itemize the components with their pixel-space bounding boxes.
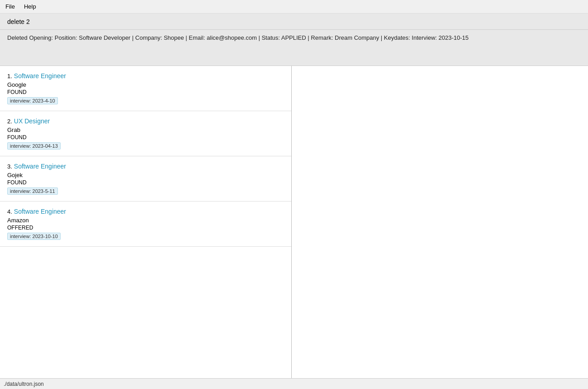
job-title[interactable]: Software Engineer bbox=[14, 163, 66, 170]
left-panel: 1. Software Engineer Google FOUND interv… bbox=[0, 66, 292, 378]
job-number: 2. bbox=[7, 118, 12, 125]
job-status: FOUND bbox=[7, 89, 284, 95]
job-status: OFFERED bbox=[7, 225, 284, 231]
job-number: 3. bbox=[7, 163, 12, 170]
notification-text: Deleted Opening: Position: Software Deve… bbox=[7, 34, 469, 41]
main-content: 1. Software Engineer Google FOUND interv… bbox=[0, 66, 588, 378]
status-path: ./data/ultron.json bbox=[4, 381, 44, 387]
menu-help[interactable]: Help bbox=[24, 3, 36, 10]
job-header: 3. Software Engineer bbox=[7, 163, 284, 170]
job-header: 1. Software Engineer bbox=[7, 72, 284, 80]
right-panel bbox=[292, 66, 588, 378]
list-item[interactable]: 1. Software Engineer Google FOUND interv… bbox=[0, 66, 291, 111]
title-text: delete 2 bbox=[7, 18, 30, 25]
job-number: 1. bbox=[7, 73, 12, 80]
job-date-badge: interview: 2023-10-10 bbox=[7, 233, 61, 240]
list-item[interactable]: 2. UX Designer Grab FOUND interview: 202… bbox=[0, 111, 291, 156]
job-header: 4. Software Engineer bbox=[7, 208, 284, 215]
job-title[interactable]: Software Engineer bbox=[14, 208, 66, 215]
job-company: Google bbox=[7, 81, 284, 88]
job-company: Gojek bbox=[7, 172, 284, 178]
status-bar: ./data/ultron.json bbox=[0, 378, 588, 389]
job-header: 2. UX Designer bbox=[7, 117, 284, 125]
job-title[interactable]: Software Engineer bbox=[14, 72, 66, 80]
job-status: FOUND bbox=[7, 179, 284, 186]
menu-file[interactable]: File bbox=[5, 3, 15, 10]
job-status: FOUND bbox=[7, 134, 284, 141]
job-date-badge: interview: 2023-04-13 bbox=[7, 142, 61, 150]
job-company: Grab bbox=[7, 127, 284, 133]
job-company: Amazon bbox=[7, 217, 284, 224]
job-date-badge: interview: 2023-5-11 bbox=[7, 187, 58, 195]
notification-bar: Deleted Opening: Position: Software Deve… bbox=[0, 30, 588, 66]
list-item[interactable]: 4. Software Engineer Amazon OFFERED inte… bbox=[0, 202, 291, 247]
menu-bar: File Help bbox=[0, 0, 588, 14]
job-title[interactable]: UX Designer bbox=[14, 117, 50, 125]
job-number: 4. bbox=[7, 208, 12, 215]
list-item[interactable]: 3. Software Engineer Gojek FOUND intervi… bbox=[0, 156, 291, 202]
job-date-badge: interview: 2023-4-10 bbox=[7, 97, 58, 104]
title-bar: delete 2 bbox=[0, 14, 588, 30]
